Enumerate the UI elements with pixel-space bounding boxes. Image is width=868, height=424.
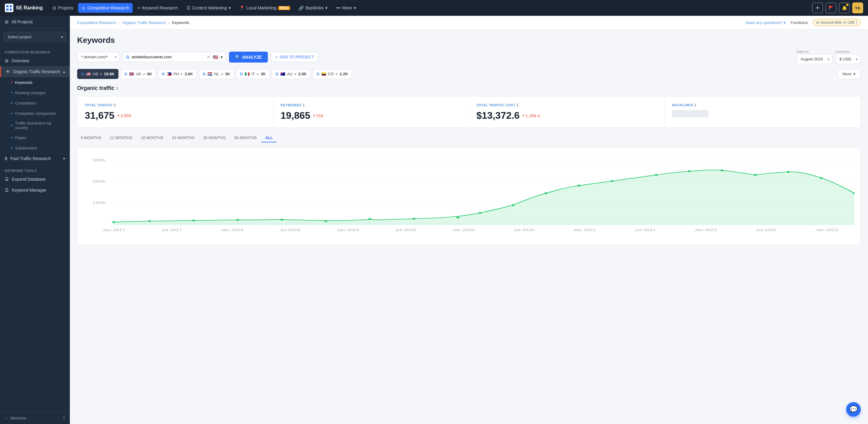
svg-text:Jul 2020: Jul 2020 <box>514 229 534 232</box>
svg-rect-0 <box>6 5 8 7</box>
country-tab-co[interactable]: G 🇨🇴 CO ⌖ 2.2K <box>312 69 352 79</box>
analyze-button[interactable]: 🔍 ANALYZE <box>229 52 268 63</box>
chart-dot <box>720 170 724 171</box>
notifications-button[interactable]: 🔔 <box>839 2 850 13</box>
add-button[interactable]: + <box>812 2 823 13</box>
chart-dot <box>577 185 581 186</box>
project-select-input[interactable]: Select project <box>4 32 66 42</box>
breadcrumb-bar: Competitive Research › Organic Traffic R… <box>70 16 868 29</box>
country-tab-us[interactable]: G 🇺🇸 US ⌖ 19.9K <box>77 69 119 79</box>
svg-text:Jul 2022: Jul 2022 <box>756 229 777 232</box>
metric-keywords-change: 516 <box>313 113 323 118</box>
time-tab-36m[interactable]: 36 MONTHS <box>230 134 260 143</box>
chart-dot <box>412 218 415 220</box>
help-button[interactable]: ? <box>63 416 65 420</box>
svg-text:Jan 2023: Jan 2023 <box>815 229 838 232</box>
count-uk: 8K <box>147 72 152 76</box>
chart-dot <box>512 204 515 206</box>
nav-content-marketing[interactable]: ☰ Content Marketing ▾ <box>183 3 235 13</box>
chat-widget-button[interactable]: 💬 <box>846 402 861 417</box>
svg-text:Jan 2018: Jan 2018 <box>221 229 244 232</box>
nav-projects[interactable]: ⊟ Projects <box>49 3 77 13</box>
info-icon-traffic-cost[interactable]: ℹ <box>517 103 519 108</box>
country-code-ph: PH <box>174 72 179 76</box>
left-arrow-icon: ← <box>5 416 9 420</box>
main-content-area: Competitive Research › Organic Traffic R… <box>70 16 868 424</box>
count-ph: 3.6K <box>185 72 193 76</box>
svg-text:Jul 2018: Jul 2018 <box>280 229 300 232</box>
breadcrumb-organic-traffic[interactable]: Organic Traffic Research <box>122 20 166 25</box>
sidebar-all-projects[interactable]: ⊞ All Projects <box>0 16 70 28</box>
nav-competitive-research[interactable]: ⊙ Competitive Research <box>78 3 133 13</box>
app-logo[interactable]: SE Ranking <box>5 4 43 12</box>
time-tab-18m[interactable]: 18 MONTHS <box>137 134 167 143</box>
info-icon-traffic[interactable]: ℹ <box>116 86 118 91</box>
chart-dot <box>324 220 328 222</box>
svg-text:Jan 2019: Jan 2019 <box>337 229 359 232</box>
sidebar-item-organic-traffic-research[interactable]: 👁 Organic Traffic Research ▴ <box>0 66 70 77</box>
time-tab-24m[interactable]: 24 MONTHS <box>168 134 198 143</box>
sidebar-sub-subdomains[interactable]: Subdomains <box>0 143 70 153</box>
time-tab-30m[interactable]: 30 MONTHS <box>199 134 229 143</box>
nav-more[interactable]: ••• More ▾ <box>332 3 360 13</box>
keyword-count-icon-au: ⌖ <box>294 72 297 76</box>
country-tab-nl[interactable]: G 🇳🇱 NL ⌖ 3K <box>198 69 234 79</box>
sidebar-sub-traffic-distribution[interactable]: Traffic distribution by country <box>0 118 70 132</box>
info-icon-backlinks[interactable]: ℹ <box>694 103 696 108</box>
flag-button[interactable]: 🚩 <box>826 2 836 13</box>
flag-icon: 🚩 <box>829 5 834 10</box>
notification-dot <box>846 4 848 6</box>
time-tab-6m[interactable]: 6 MONTHS <box>77 134 105 143</box>
add-to-project-button[interactable]: + ADD TO PROJECT <box>271 52 318 62</box>
country-tab-ph[interactable]: G 🇵🇭 PH ⌖ 3.6K <box>158 69 197 79</box>
sidebar-item-paid-traffic[interactable]: $ Paid Traffic Research ▾ <box>0 153 70 164</box>
google-icon-uk: G <box>124 72 127 76</box>
currency-select[interactable]: $ USD <box>836 54 861 64</box>
keyword-count-icon-uk: ⌖ <box>143 72 145 76</box>
time-tab-12m[interactable]: 12 MONTHS <box>106 134 136 143</box>
sidebar-sub-competitor-comparison[interactable]: Competitor comparison <box>0 108 70 118</box>
svg-text:200k: 200k <box>92 180 106 183</box>
sidebar-sub-competitors[interactable]: Competitors <box>0 98 70 108</box>
sidebar-item-expand-database[interactable]: ☰ Expand Database <box>0 174 70 185</box>
info-icon-keywords[interactable]: ℹ <box>303 103 305 108</box>
feedback-button[interactable]: Feedback <box>790 20 808 25</box>
sidebar-sub-keywords[interactable]: Keywords <box>0 77 70 88</box>
user-avatar[interactable]: YK <box>852 2 863 13</box>
keyword-manager-icon: ☰ <box>5 188 9 192</box>
metric-keywords-label: KEYWORDS ℹ <box>281 103 462 108</box>
nav-local-marketing[interactable]: 📍 Local Marketing TRIAL <box>236 3 294 13</box>
sidebar-sub-ranking-changes[interactable]: Ranking changes <box>0 88 70 98</box>
chart-dot <box>236 219 239 221</box>
have-questions-button[interactable]: Have any questions? ▾ <box>746 20 786 25</box>
more-countries-button[interactable]: More ▾ <box>837 69 861 79</box>
country-tab-it[interactable]: G 🇮🇹 IT ⌖ 3K <box>236 69 270 79</box>
chart-dot <box>654 174 658 176</box>
date-select[interactable]: August 2023 <box>797 54 833 64</box>
time-tab-all[interactable]: ALL <box>261 134 276 143</box>
minimize-button[interactable]: ← Minimize <box>5 416 26 420</box>
svg-text:100k: 100k <box>92 201 106 204</box>
sidebar-section-keyword-tools: KEYWORD TOOLS <box>0 166 70 174</box>
sidebar-sub-pages[interactable]: Pages <box>0 132 70 143</box>
clear-input-button[interactable]: ✕ <box>207 54 211 60</box>
breadcrumb-competitive-research[interactable]: Competitive Research <box>77 20 116 25</box>
keyword-count-icon-us: ⌖ <box>100 72 102 76</box>
sidebar-item-overview[interactable]: ⊞ Overview <box>0 55 70 66</box>
nav-backlinks[interactable]: 🔗 Backlinks ▾ <box>295 3 331 13</box>
metric-backlinks-label: BACKLINKS ℹ <box>672 103 853 108</box>
chevron-down-search-engine: ▾ <box>220 55 223 60</box>
flag-nl: 🇳🇱 <box>208 72 212 76</box>
country-tab-au[interactable]: G 🇦🇺 AU ⌖ 2.9K <box>272 69 311 79</box>
nav-keyword-research[interactable]: ⌖ Keyword Research <box>134 3 181 13</box>
svg-rect-1 <box>10 5 12 7</box>
country-tab-uk[interactable]: G 🇬🇧 UK ⌖ 8K <box>120 69 156 79</box>
domain-type-select[interactable]: *.domain.com/* <box>77 52 120 62</box>
country-code-co: CO <box>328 72 334 76</box>
chart-svg: 300k 200k 100k <box>84 154 854 239</box>
info-icon-total-traffic[interactable]: ℹ <box>114 103 116 108</box>
sidebar-item-keyword-manager[interactable]: ☰ Keyword Manager <box>0 185 70 195</box>
domain-input[interactable] <box>132 52 204 62</box>
svg-text:Jan 2020: Jan 2020 <box>452 229 475 232</box>
domain-input-wrapper: G ✕ 🇺🇸 ▾ <box>123 52 226 62</box>
